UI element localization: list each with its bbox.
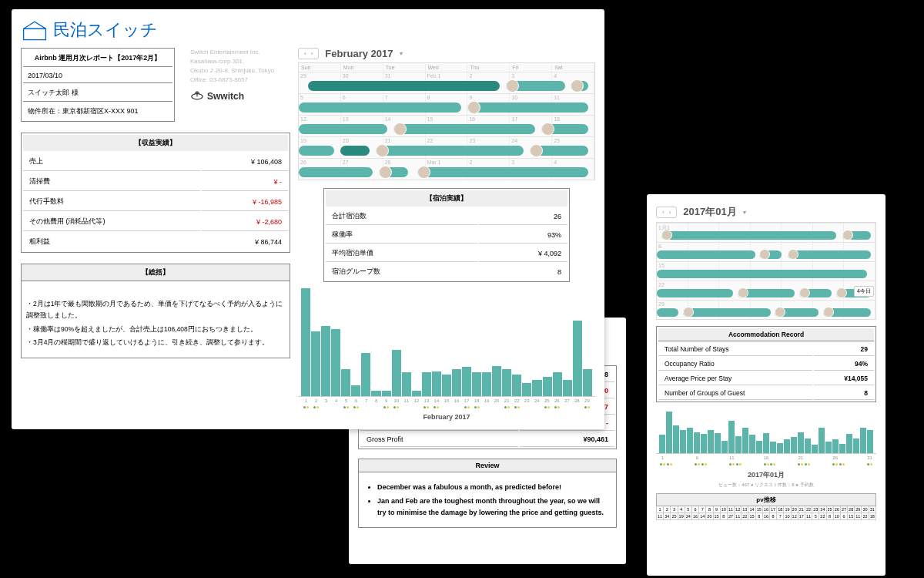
- guest-avatar[interactable]: [799, 287, 810, 298]
- guest-avatar[interactable]: [823, 307, 834, 318]
- bar: [553, 372, 562, 396]
- swwitch-icon: [190, 91, 204, 102]
- bar: [361, 353, 370, 396]
- booking-bar[interactable]: [467, 102, 588, 113]
- calendar-week: 293031Feb 1234: [299, 72, 594, 93]
- report-panel-jp: 民泊スイッチ Airbnb 運用月次レポート【2017年2月】 2017/03/…: [12, 9, 604, 429]
- bar: [825, 442, 832, 453]
- bar: [402, 372, 411, 396]
- booking-bar[interactable]: [299, 102, 461, 113]
- accommodation-table: Accommodation Record Total Number of Sta…: [656, 326, 876, 402]
- pv-header: pv推移: [657, 494, 876, 506]
- booking-bar[interactable]: [393, 124, 535, 134]
- calendar-grid[interactable]: SunMonTueWedThuFriSat 293031Feb 12345678…: [298, 62, 595, 180]
- booking-bar[interactable]: [299, 124, 387, 134]
- calendar-title-2[interactable]: 2017年01月: [683, 205, 736, 219]
- bar: [512, 375, 521, 396]
- daily-bar-chart: 1234567891011121314151617181920212223242…: [298, 288, 595, 442]
- guest-avatar[interactable]: [836, 287, 847, 298]
- table-row: 清掃費¥ -: [23, 173, 288, 191]
- booking-bar[interactable]: [376, 146, 524, 156]
- bar: [867, 430, 873, 453]
- chevron-down-icon[interactable]: ▾: [400, 50, 403, 57]
- bar: [412, 391, 421, 396]
- bar: [701, 434, 707, 453]
- revenue-table: 【収益実績】 売上¥ 106,408清掃費¥ -代行手数料¥ -16,985その…: [21, 133, 290, 253]
- booking-bar[interactable]: [299, 167, 373, 177]
- bar: [452, 369, 461, 396]
- bar: [839, 444, 845, 453]
- bar: [812, 445, 818, 453]
- calendar-title[interactable]: February 2017: [325, 48, 393, 59]
- calendar-week: 262728Mar 1234: [299, 158, 594, 180]
- today-badge: 4今日: [854, 286, 874, 297]
- booking-bar[interactable]: [299, 146, 334, 156]
- calendar-week: 29: [657, 300, 875, 319]
- bar: [735, 436, 742, 453]
- summary-bullet: ・2月は1年で最も閑散期の月であるため、単価を下げてなるべく予約が入るように調整…: [26, 298, 285, 322]
- calendar-week: 15: [657, 261, 875, 281]
- revenue-header: 【収益実績】: [23, 135, 288, 151]
- guest-avatar[interactable]: [683, 307, 694, 318]
- bar: [694, 432, 700, 453]
- guest-avatar[interactable]: [379, 166, 392, 179]
- booking-bar[interactable]: [788, 250, 871, 259]
- next-icon[interactable]: ›: [667, 209, 674, 216]
- customer-name: スイッチ太郎 様: [23, 85, 172, 102]
- bar: [853, 439, 859, 453]
- booking-bar[interactable]: [308, 81, 500, 91]
- chevron-down-icon[interactable]: ▾: [743, 209, 746, 216]
- bar: [832, 439, 839, 453]
- guest-avatar[interactable]: [506, 79, 519, 92]
- guest-avatar[interactable]: [738, 287, 748, 298]
- calendar-grid-2[interactable]: 1月1815224今日29: [656, 222, 876, 320]
- bar: [563, 380, 572, 396]
- table-row: Total Number of Stays29: [658, 343, 874, 356]
- booking-bar[interactable]: [683, 308, 771, 317]
- bar: [502, 369, 511, 396]
- guest-avatar[interactable]: [541, 123, 554, 136]
- guest-avatar[interactable]: [393, 123, 407, 136]
- review-header: Review: [359, 459, 616, 472]
- next-icon[interactable]: ›: [309, 50, 316, 57]
- summary-bullet: ・3月4月の桜期間で盛り返していけるように、引き続き、調整して参ります。: [26, 337, 285, 348]
- booking-bar[interactable]: [661, 231, 836, 240]
- booking-bar[interactable]: [657, 289, 733, 297]
- prev-icon[interactable]: ‹: [660, 209, 667, 216]
- guest-avatar[interactable]: [530, 144, 543, 157]
- booking-bar[interactable]: [657, 250, 755, 259]
- booking-bar[interactable]: [657, 270, 867, 278]
- bar: [422, 372, 431, 396]
- guest-avatar[interactable]: [376, 144, 389, 157]
- booking-bar[interactable]: [340, 146, 370, 156]
- bar: [673, 425, 679, 453]
- booking-bar[interactable]: [657, 308, 678, 317]
- bar: [819, 428, 825, 453]
- logo-row: 民泊スイッチ: [21, 18, 595, 42]
- bar: [543, 377, 552, 396]
- bar: [784, 439, 790, 453]
- bar: [371, 391, 380, 396]
- calendar-nav-2[interactable]: ‹ ›: [656, 207, 677, 218]
- bar: [522, 383, 531, 396]
- bar: [573, 321, 582, 396]
- guest-avatar[interactable]: [661, 230, 672, 240]
- calendar-nav[interactable]: ‹ ›: [298, 48, 319, 59]
- booking-bar[interactable]: [417, 167, 589, 177]
- prev-icon[interactable]: ‹: [302, 50, 309, 57]
- report-info-table: Airbnb 運用月次レポート【2017年2月】 2017/03/10 スイッチ…: [21, 48, 175, 122]
- pv-table: pv推移 12345678910111213141516171819202122…: [656, 493, 876, 520]
- calendar-week: 8: [657, 242, 875, 261]
- pv-days-row: 1234567891011121314151617181920212223242…: [657, 506, 876, 513]
- report-panel-right: ‹ › 2017年01月 ▾ 1月1815224今日29 Accommodati…: [647, 194, 886, 576]
- bar: [382, 391, 391, 396]
- bar: [311, 331, 320, 396]
- swwitch-brand: Swwitch: [190, 89, 274, 103]
- bar: [462, 367, 471, 396]
- guest-avatar[interactable]: [467, 101, 480, 114]
- guest-avatar[interactable]: [417, 166, 430, 179]
- bar: [659, 435, 665, 453]
- chart-title: February 2017: [298, 413, 595, 421]
- table-row: Average Price per Stay¥14,055: [658, 372, 874, 385]
- bar: [715, 433, 721, 453]
